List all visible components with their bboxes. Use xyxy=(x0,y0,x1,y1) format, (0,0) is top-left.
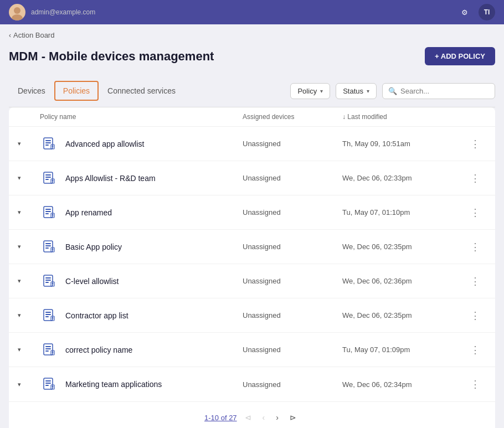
table-row[interactable]: ▾ correct policy name Unassigned Tu xyxy=(9,333,495,367)
policy-name: correct policy name xyxy=(65,346,132,354)
svg-rect-18 xyxy=(45,211,51,212)
row-menu-button[interactable]: ⋮ xyxy=(464,207,486,219)
svg-rect-26 xyxy=(45,247,49,249)
policy-filter-button[interactable]: Policy ▾ xyxy=(290,83,330,99)
row-menu-button[interactable]: ⋮ xyxy=(464,138,486,150)
row-menu-button[interactable]: ⋮ xyxy=(464,275,486,287)
row-expand-icon[interactable]: ▾ xyxy=(18,209,40,216)
add-policy-button[interactable]: + ADD POLICY xyxy=(425,47,495,65)
svg-rect-39 xyxy=(45,314,51,315)
status-filter-label: Status xyxy=(343,87,363,95)
policy-icon xyxy=(40,272,59,291)
row-expand-icon[interactable]: ▾ xyxy=(18,140,40,147)
assigned-devices-value: Unassigned xyxy=(243,243,342,251)
row-name-cell: App renamed xyxy=(40,203,243,222)
svg-rect-5 xyxy=(45,145,49,146)
table-row[interactable]: ▾ Marketing team applications Unassigned xyxy=(9,367,495,401)
svg-rect-46 xyxy=(45,348,51,349)
last-modified-value: Tu, May 07, 01:09pm xyxy=(342,346,464,354)
row-menu-button[interactable]: ⋮ xyxy=(464,172,486,184)
pagination-next-button[interactable]: › xyxy=(272,411,282,424)
pagination-prev-button[interactable]: ‹ xyxy=(259,411,269,424)
policy-icon xyxy=(40,169,59,188)
pagination-last-button[interactable]: ⊳ xyxy=(286,411,300,424)
svg-rect-53 xyxy=(45,383,51,384)
pagination: 1-10 of 27 ⊲ ‹ › ⊳ xyxy=(9,401,495,428)
policy-name: App renamed xyxy=(65,208,112,217)
table-row[interactable]: ▾ C-level allowlist Unassigned We, xyxy=(9,264,495,298)
row-expand-icon[interactable]: ▾ xyxy=(18,174,40,182)
table-row[interactable]: ▾ App renamed Unassigned Tu, May 07 xyxy=(9,195,495,230)
top-navigation: admin@example.com ⚙ TI xyxy=(0,0,504,24)
row-menu-button[interactable]: ⋮ xyxy=(464,310,486,322)
row-expand-icon[interactable]: ▾ xyxy=(18,312,40,319)
svg-rect-38 xyxy=(45,312,51,313)
page-title: MDM - Mobile devices management xyxy=(9,49,214,64)
table-row[interactable]: ▾ Basic App policy Unassigned We, D xyxy=(9,230,495,264)
table-row[interactable]: ▾ Advanced app allowlist Unassigned xyxy=(9,127,495,161)
policy-icon xyxy=(40,203,59,222)
last-modified-value: Tu, May 07, 01:10pm xyxy=(342,208,464,216)
table-row[interactable]: ▾ Apps Allowlist - R&D team Unassigned xyxy=(9,161,495,195)
search-input[interactable] xyxy=(400,87,489,95)
last-modified-column-header: ↓ Last modified xyxy=(342,113,464,121)
policy-icon xyxy=(40,375,59,394)
svg-rect-54 xyxy=(45,385,49,386)
row-name-cell: Marketing team applications xyxy=(40,375,243,394)
svg-rect-11 xyxy=(45,177,51,178)
svg-rect-17 xyxy=(45,209,51,210)
policy-name: Basic App policy xyxy=(65,243,122,251)
row-expand-icon[interactable]: ▾ xyxy=(18,277,40,285)
row-menu-button[interactable]: ⋮ xyxy=(464,378,486,390)
row-name-cell: Basic App policy xyxy=(40,238,243,256)
filter-bar: Policy ▾ Status ▾ 🔍 xyxy=(290,79,495,104)
svg-rect-10 xyxy=(45,174,51,176)
tab-devices[interactable]: Devices xyxy=(9,81,54,102)
table-row[interactable]: ▾ Contractor app list Unassigned We xyxy=(9,298,495,333)
tab-connected-services[interactable]: Connected services xyxy=(99,81,184,102)
status-filter-chevron-icon: ▾ xyxy=(367,88,369,94)
svg-rect-40 xyxy=(45,316,49,317)
nav-left: admin@example.com xyxy=(9,4,95,20)
policy-name-column-header: Policy name xyxy=(40,113,243,121)
row-expand-icon[interactable]: ▾ xyxy=(18,346,40,353)
user-avatar-badge[interactable]: TI xyxy=(479,4,495,20)
user-avatar-icon xyxy=(9,4,25,20)
status-filter-button[interactable]: Status ▾ xyxy=(336,83,377,99)
tabs-bar: Devices Policies Connected services Poli… xyxy=(9,75,495,107)
assigned-devices-value: Unassigned xyxy=(243,380,342,389)
svg-rect-19 xyxy=(45,213,49,214)
row-expand-icon[interactable]: ▾ xyxy=(18,243,40,250)
svg-rect-24 xyxy=(45,243,51,244)
pagination-first-button[interactable]: ⊲ xyxy=(241,411,255,424)
assigned-devices-value: Unassigned xyxy=(243,311,342,319)
row-menu-button[interactable]: ⋮ xyxy=(464,344,486,356)
breadcrumb[interactable]: ‹ Action Board xyxy=(9,31,495,39)
settings-button[interactable]: ⚙ xyxy=(456,4,473,20)
svg-rect-45 xyxy=(45,346,51,347)
svg-rect-25 xyxy=(45,245,51,246)
breadcrumb-label: Action Board xyxy=(13,31,54,39)
row-expand-icon[interactable]: ▾ xyxy=(18,381,40,388)
row-menu-button[interactable]: ⋮ xyxy=(464,241,486,253)
last-modified-value: We, Dec 06, 02:36pm xyxy=(342,277,464,285)
breadcrumb-arrow-icon: ‹ xyxy=(9,32,11,39)
last-modified-value: We, Dec 06, 02:35pm xyxy=(342,311,464,319)
svg-rect-47 xyxy=(45,350,49,352)
pagination-info[interactable]: 1-10 of 27 xyxy=(204,414,237,422)
assigned-devices-value: Unassigned xyxy=(243,174,342,182)
assigned-devices-value: Unassigned xyxy=(243,346,342,354)
svg-rect-33 xyxy=(45,282,49,283)
sort-icon: ↓ xyxy=(342,113,346,121)
last-modified-value: We, Dec 06, 02:34pm xyxy=(342,380,464,389)
assigned-devices-value: Unassigned xyxy=(243,140,342,148)
svg-point-1 xyxy=(12,14,23,20)
policies-table: Policy name Assigned devices ↓ Last modi… xyxy=(9,107,495,428)
svg-rect-31 xyxy=(45,277,51,279)
settings-icon: ⚙ xyxy=(461,8,468,17)
svg-rect-12 xyxy=(45,179,49,180)
tab-policies[interactable]: Policies xyxy=(54,81,99,101)
page-header: MDM - Mobile devices management + ADD PO… xyxy=(9,47,495,65)
svg-rect-32 xyxy=(45,280,51,281)
policy-name: Apps Allowlist - R&D team xyxy=(65,174,156,183)
